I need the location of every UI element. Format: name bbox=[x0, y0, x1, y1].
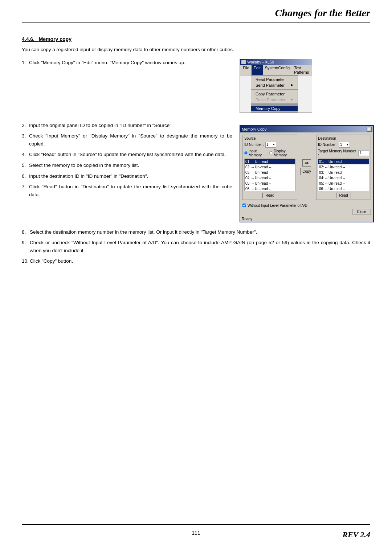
list-item[interactable]: 06: -- Un-read -- bbox=[245, 186, 295, 191]
section-title: Memory copy bbox=[39, 36, 72, 42]
source-read-button[interactable]: Read bbox=[262, 193, 278, 198]
dest-listbox[interactable]: 01: -- Un-read -- 02: -- Un-read -- 03: … bbox=[318, 159, 369, 191]
steps-list-1: 1. Click "Memory Copy" in "Edit" menu. "… bbox=[22, 59, 232, 67]
destination-label: Destination bbox=[318, 136, 369, 140]
source-id-dropdown[interactable]: 1 bbox=[265, 142, 276, 148]
menu-title: Wallaby - XL50 bbox=[247, 60, 274, 64]
step-10: 10. Click "Copy" button. bbox=[22, 257, 370, 265]
target-memory-input[interactable] bbox=[358, 150, 369, 156]
checkbox-row: Without Input Level Parameter of A/D bbox=[242, 204, 371, 208]
steps2-7-text-col: 2. Input the original panel ID to be cop… bbox=[22, 122, 232, 222]
step1-text-col: 1. Click "Memory Copy" in "Edit" menu. "… bbox=[22, 59, 232, 116]
header-line bbox=[22, 22, 370, 22]
list-item[interactable]: 06: -- Un-read -- bbox=[318, 186, 369, 191]
radio-input-memory[interactable]: Input Memory bbox=[244, 149, 267, 157]
list-item[interactable]: 01: -- Un-read -- bbox=[318, 159, 369, 164]
header-title: Changes for the Better bbox=[275, 7, 370, 19]
menu-dropdown: Read Parameter Send Parameter Copy Param… bbox=[251, 75, 298, 112]
list-item[interactable]: 03: -- Un-read -- bbox=[245, 170, 295, 175]
menu-titlebar: Wallaby - XL50 bbox=[240, 59, 312, 65]
destination-section: Destination ID Number : 1 Target Memory … bbox=[316, 135, 371, 200]
menu-separator-1 bbox=[251, 89, 298, 90]
copy-button[interactable]: Copy bbox=[300, 168, 313, 175]
menu-paste-parameter[interactable]: Paste Parameter bbox=[251, 97, 298, 103]
step1-section: 1. Click "Memory Copy" in "Edit" menu. "… bbox=[22, 59, 370, 116]
menu-send-parameter[interactable]: Send Parameter bbox=[251, 82, 298, 88]
steps-list-8-10: 8. Select the destination memory number … bbox=[22, 228, 370, 265]
menu-systemconfig[interactable]: SystemConfig bbox=[263, 65, 292, 75]
menu-screenshot-col: Wallaby - XL50 File Edit SystemConfig Te… bbox=[240, 59, 370, 116]
list-item[interactable]: 04: -- Un-read -- bbox=[245, 175, 295, 181]
dialog-close-button[interactable]: ✕ bbox=[367, 127, 372, 132]
source-id-label: ID Number : bbox=[244, 143, 264, 147]
app-icon bbox=[241, 60, 246, 64]
step-5: 5. Select the memory to be copied in the… bbox=[22, 161, 232, 169]
memory-copy-dialog: Memory Copy ✕ Source ID Number : 1 bbox=[240, 125, 374, 222]
menu-memory-copy[interactable]: Memory Copy bbox=[251, 106, 298, 111]
source-section: Source ID Number : 1 Input Memory bbox=[242, 135, 297, 200]
main-content: 4.4.6. Memory copy You can copy a regist… bbox=[22, 29, 370, 518]
steps-list-2-7: 2. Input the original panel ID to be cop… bbox=[22, 122, 232, 199]
dest-id-field: ID Number : 1 bbox=[318, 142, 369, 148]
menu-edit[interactable]: Edit bbox=[252, 65, 263, 75]
dest-id-label: ID Number : bbox=[318, 143, 338, 147]
page-number: 111 bbox=[192, 530, 200, 536]
list-item[interactable]: 04: -- Un-read -- bbox=[318, 175, 369, 181]
list-item[interactable]: 05: -- Un-read -- bbox=[318, 181, 369, 186]
menu-screenshot: Wallaby - XL50 File Edit SystemConfig Te… bbox=[240, 59, 312, 113]
target-memory-label: Target Memory Number : bbox=[318, 149, 357, 157]
menu-separator-2 bbox=[251, 103, 298, 105]
footer-line bbox=[22, 524, 370, 525]
steps2-7-section: 2. Input the original panel ID to be cop… bbox=[22, 122, 370, 222]
step-8: 8. Select the destination memory number … bbox=[22, 228, 370, 236]
radio-display-memory[interactable]: Display Memory bbox=[269, 149, 295, 157]
menu-copy-parameter[interactable]: Copy Parameter bbox=[251, 91, 298, 97]
source-id-field: ID Number : 1 bbox=[244, 142, 295, 148]
steps-8-10: 8. Select the destination memory number … bbox=[22, 228, 370, 265]
step-2: 2. Input the original panel ID to be cop… bbox=[22, 122, 232, 130]
source-radio-group: Input Memory Display Memory bbox=[244, 149, 295, 157]
menu-menubar: File Edit SystemConfig Test Patterns bbox=[240, 65, 312, 75]
list-item[interactable]: 02: -- Un-read -- bbox=[318, 164, 369, 170]
dialog-body: Source ID Number : 1 Input Memory bbox=[240, 132, 373, 202]
dest-id-dropdown[interactable]: 1 bbox=[339, 142, 350, 148]
list-item[interactable]: 01: -- Un-read -- bbox=[245, 159, 295, 164]
step-7: 7. Click "Read" button in "Destination" … bbox=[22, 183, 232, 198]
dialog-title: Memory Copy bbox=[242, 127, 266, 131]
section-heading: 4.4.6. Memory copy bbox=[22, 36, 370, 42]
checkbox-label: Without Input Level Parameter of A/D bbox=[248, 204, 307, 208]
step-6: 6. Input the destination ID in "ID numbe… bbox=[22, 172, 232, 180]
menu-testpatterns[interactable]: Test Patterns bbox=[292, 65, 311, 75]
step-9: 9. Check or uncheck "Without Input Level… bbox=[22, 239, 370, 254]
dialog-footer: Without Input Level Parameter of A/D Clo… bbox=[240, 202, 373, 216]
menu-file[interactable]: File bbox=[241, 65, 252, 75]
step-3: 3. Check "Input Memory" or "Display Memo… bbox=[22, 132, 232, 148]
footer-rev: REV 2.4 bbox=[342, 530, 370, 539]
source-listbox[interactable]: 01: -- Un-read -- 02: -- Un-read -- 03: … bbox=[244, 159, 295, 191]
section-number: 4.4.6. bbox=[22, 36, 34, 42]
list-item[interactable]: 03: -- Un-read -- bbox=[318, 170, 369, 175]
step-1: 1. Click "Memory Copy" in "Edit" menu. "… bbox=[22, 59, 232, 67]
arrow-button[interactable]: ⇒ bbox=[302, 159, 311, 167]
dialog-titlebar: Memory Copy ✕ bbox=[240, 126, 373, 132]
target-memory-field: Target Memory Number : bbox=[318, 149, 369, 157]
list-item[interactable]: 02: -- Un-read -- bbox=[245, 164, 295, 170]
step-4: 4. Click "Read" button in "Source" to up… bbox=[22, 151, 232, 159]
dialog-close-btn[interactable]: Close bbox=[352, 209, 371, 214]
without-input-level-checkbox[interactable] bbox=[242, 204, 246, 207]
intro-paragraph: You can copy a registered input or displ… bbox=[22, 46, 370, 54]
dialog-col: Memory Copy ✕ Source ID Number : 1 bbox=[240, 122, 370, 222]
menu-read-parameter[interactable]: Read Parameter bbox=[251, 77, 298, 82]
list-item[interactable]: 05: -- Un-read -- bbox=[245, 181, 295, 186]
dialog-status: Ready bbox=[240, 216, 373, 222]
dest-read-button[interactable]: Read bbox=[336, 193, 351, 198]
source-label: Source bbox=[244, 136, 295, 140]
dialog-middle: ⇒ Copy bbox=[299, 135, 314, 200]
